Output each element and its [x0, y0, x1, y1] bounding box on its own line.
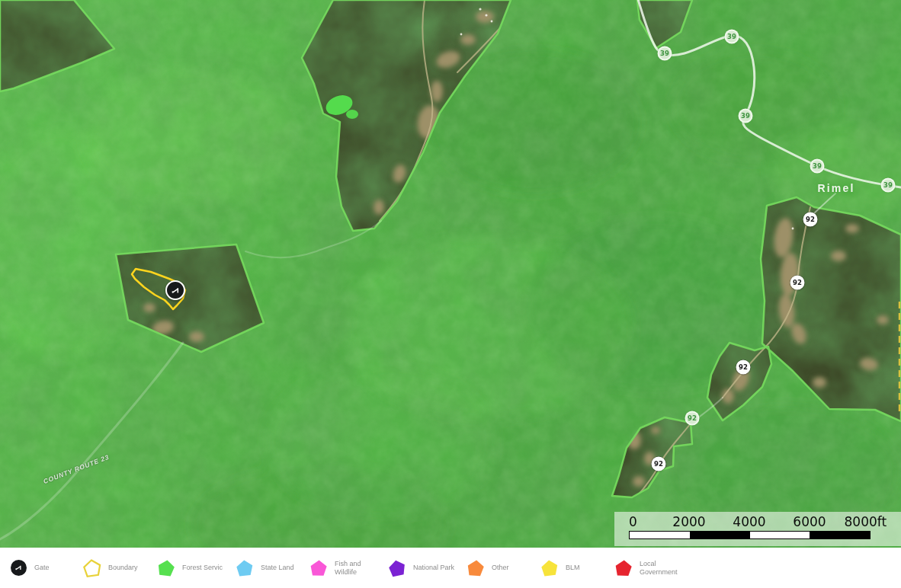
scalebar: 02000400060008000ft — [614, 512, 901, 546]
gate-icon — [11, 560, 27, 576]
legend-item-label: National Park — [413, 564, 456, 572]
scalebar-label: 8000ft — [845, 514, 887, 529]
legend-item-state-land: State Land — [236, 559, 299, 577]
scalebar-segment — [750, 532, 810, 538]
land-type-swatch — [540, 559, 559, 577]
legend-item-forest-servic: Forest Servic — [157, 559, 225, 577]
legend-item-label: Gate — [34, 564, 72, 572]
scalebar-segment — [630, 532, 690, 538]
legend-item-boundary: Boundary — [83, 559, 146, 577]
legend-item-fish-and-wildlife: Fish and Wildlife — [309, 559, 377, 577]
legend-item-blm: BLM — [540, 559, 604, 577]
route-shield-39[interactable]: 39 — [725, 30, 739, 44]
route-shield-92[interactable]: 92 — [685, 411, 700, 426]
legend-item-local-government: Local Government — [614, 559, 682, 577]
route-shield-92[interactable]: 92 — [736, 360, 751, 375]
legend-item-label: Forest Servic — [182, 564, 225, 572]
land-type-swatch — [388, 559, 406, 577]
route-shield-92[interactable]: 92 — [652, 457, 666, 471]
scalebar-label: 6000 — [793, 514, 826, 529]
land-type-swatch — [83, 559, 101, 577]
route-shield-39[interactable]: 39 — [881, 178, 896, 193]
legend-item-label: Boundary — [108, 564, 146, 572]
legend: Gate Boundary — [0, 548, 901, 588]
land-type-swatch — [236, 559, 254, 577]
satellite-basemap — [0, 0, 901, 548]
route-shield-39[interactable]: 39 — [810, 159, 825, 174]
scalebar-bar — [629, 531, 871, 539]
gate-icon — [171, 286, 181, 296]
land-type-swatch — [157, 559, 175, 577]
legend-item-other: Other — [467, 559, 530, 577]
scalebar-label: 0 — [629, 514, 637, 529]
land-type-swatch — [309, 559, 328, 577]
legend-item-label: Fish and Wildlife — [335, 560, 377, 577]
legend-item-gate: Gate — [9, 559, 72, 577]
legend-item-label: BLM — [566, 564, 604, 572]
scalebar-segment — [810, 532, 870, 538]
gate-marker[interactable] — [165, 280, 185, 300]
legend-item-label: Local Government — [640, 560, 682, 577]
route-shield-92[interactable]: 92 — [803, 213, 818, 227]
legend-item-label: State Land — [261, 564, 299, 572]
scalebar-label: 2000 — [672, 514, 705, 529]
land-type-swatch — [467, 559, 485, 577]
route-shield-92[interactable]: 92 — [790, 276, 805, 290]
legend-item-label: Other — [492, 564, 530, 572]
land-type-swatch — [614, 559, 633, 577]
route-shield-39[interactable]: 39 — [739, 109, 753, 123]
legend-item-national-park: National Park — [388, 559, 456, 577]
scalebar-label: 4000 — [733, 514, 765, 529]
scalebar-segment — [690, 532, 750, 538]
route-shield-39[interactable]: 39 — [658, 46, 672, 61]
map-viewport[interactable]: Rimel COUNTY ROUTE 23 02000400060008000f… — [0, 0, 901, 548]
scalebar-labels: 02000400060008000ft — [614, 512, 901, 529]
